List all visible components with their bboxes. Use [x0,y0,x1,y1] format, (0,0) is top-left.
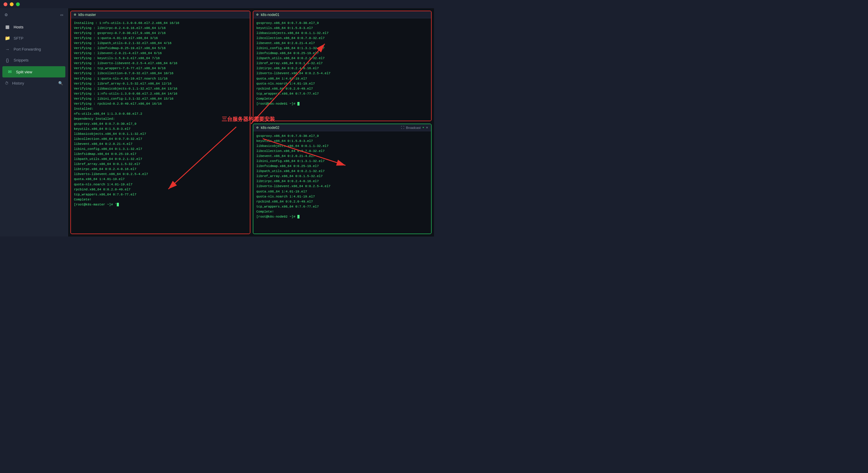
sidebar-header: ⚙ ▭ [0,8,68,21]
terminal-line: Verifying : libref_array-0.1.5-32.el7.x8… [74,81,247,86]
port-forwarding-label: Port Forwarding [13,47,41,52]
terminal-node02: ⚙ k8s-node02 ⛶ Broadcast ● ✕ gssproxy.x8… [253,124,432,234]
sidebar-item-split-view[interactable]: ✉ Split view [2,66,65,77]
right-column: ⚙ k8s-node01 gssproxy.x86_64 0:0.7.0-30.… [253,11,432,234]
terminal-master-header: ⚙ k8s-master [71,11,250,18]
terminal-line: Verifying : 1:quota-nls-4.01-19.el7.noar… [74,76,247,81]
gear-icon[interactable]: ⚙ [5,12,8,18]
terminal-line: libcollection.x86_64 0:0.7.0-32.el7 [74,136,247,141]
terminal-line: libtirpc.x86_64 0:0.2.4-0.16.el7 [256,179,428,184]
terminal-node01: ⚙ k8s-node01 gssproxy.x86_64 0:0.7.0-30.… [253,11,432,121]
terminal-line: Verifying : libevent-2.0.21-4.el7.x86_64… [74,51,247,56]
terminal-cursor [298,102,300,105]
main-content: ⚙ k8s-master Installing : 1:nfs-utils-1.… [68,8,434,236]
terminal-line: libpath_utils.x86_64 0:0.2.1-32.el7 [74,157,247,162]
terminal-line: Verifying : tcp_wrappers-7.6-77.el7.x86_… [74,66,247,71]
terminal-line: libbasicobjects.x86_64 0:0.1.1-32.el7 [74,131,247,136]
terminal-line: tcp_wrappers.x86_64 0:7.6-77.el7 [256,91,428,96]
terminal-master: ⚙ k8s-master Installing : 1:nfs-utils-1.… [70,11,250,234]
broadcast-close-button[interactable]: ✕ [426,125,428,130]
terminal-line: Verifying : libpath_utils-0.2.1-32.el7.x… [74,41,247,46]
terminal-line: quota-nls.noarch 1:4.01-19.el7 [74,182,247,187]
sidebar-item-sftp[interactable]: 📁 SFTP [0,33,68,44]
terminal-line: keyutils.x86_64 0:1.5.8-3.el7 [256,26,428,31]
terminal-line: Complete! [256,209,428,214]
terminal-line: Verifying : libini_config-1.3.1-32.el7.x… [74,96,247,101]
terminal-node01-body[interactable]: gssproxy.x86_64 0:0.7.0-30.el7_9keyutils… [253,18,431,121]
terminal-line: libini_config.x86_64 0:1.3.1-32.el7 [256,46,428,51]
history-left: ⏱ History [5,81,24,86]
terminal-cursor [117,203,119,206]
terminal-line: rpcbind.x86_64 0:0.2.0-49.el7 [74,187,247,192]
terminal-line: libnfsidmap.x86_64 0:0.25-19.el7 [256,164,428,169]
terminal-line: quota.x86_64 1:4.01-19.el7 [74,177,247,182]
terminal-cursor [298,215,300,218]
split-view-icon: ✉ [7,69,12,74]
terminal-line: [root@k8s-node02 ~]# [256,214,428,219]
snippets-icon: {} [5,58,10,63]
terminal-line: Verifying : libbasicobjects-0.1.1-32.el7… [74,86,247,91]
terminal-line: quota.x86_64 1:4.01-19.el7 [256,189,428,194]
terminal-line: libverto-libevent.x86_64 0:0.2.5-4.el7 [74,172,247,177]
sftp-label: SFTP [13,36,23,40]
terminal-line: keyutils.x86_64 0:1.5.8-3.el7 [256,139,428,144]
terminal-line: Verifying : 1:quota-4.01-19.el7.x86_64 3… [74,36,247,41]
terminal-line: gssproxy.x86_64 0:0.7.0-30.el7_9 [256,21,428,26]
terminal-node02-body[interactable]: gssproxy.x86_64 0:0.7.0-30.el7_9keyutils… [253,131,431,233]
terminal-line: libref_array.x86_64 0:0.1.5-32.el7 [74,162,247,167]
terminal-line: libbasicobjects.x86_64 0:0.1.1-32.el7 [256,144,428,149]
split-view-label: Split view [16,70,32,74]
history-search-icon[interactable]: 🔍 [58,81,63,86]
terminal-line: [root@k8s-node01 ~]# [256,101,428,106]
terminal-line: Complete! [256,96,428,101]
terminal-line: Dependency Installed: [74,117,247,122]
camera-icon[interactable]: ▭ [61,12,63,18]
maximize-button[interactable] [16,2,20,6]
terminal-line: libevent.x86_64 0:2.0.21-4.el7 [74,141,247,147]
sidebar-item-snippets[interactable]: {} Snippets [0,55,68,66]
terminal-line: Verifying : libcollection-0.7.0-32.el7.x… [74,71,247,76]
sidebar-item-history[interactable]: ⏱ History 🔍 [0,78,68,88]
titlebar [0,0,434,8]
terminal-line: libverto-libevent.x86_64 0:0.2.5-4.el7 [256,184,428,189]
terminal-node01-title: k8s-node01 [261,13,279,17]
terminal-master-gear-icon: ⚙ [74,12,76,17]
close-button[interactable] [4,2,7,6]
terminal-line: libtirpc.x86_64 0:0.2.4-0.16.el7 [256,66,428,71]
terminal-line: quota-nls.noarch 1:4.01-19.el7 [256,81,428,86]
terminal-line: libnfsidmap.x86_64 0:0.25-19.el7 [74,152,247,157]
terminal-line: libcollection.x86_64 0:0.7.0-32.el7 [256,149,428,154]
terminal-line: keyutils.x86_64 0:1.5.8-3.el7 [74,127,247,131]
broadcast-label: Broadcast [406,126,421,129]
terminal-line: gssproxy.x86_64 0:0.7.0-30.el7_9 [256,134,428,139]
history-label: History [12,81,24,86]
terminal-line: quota-nls.noarch 1:4.01-19.el7 [256,194,428,199]
sidebar: ⚙ ▭ ▦ Hosts 📁 SFTP → Port Forwarding {} … [0,8,68,236]
terminal-master-body[interactable]: Installing : 1:nfs-utils-1.3.0-0.68.el7.… [71,18,250,233]
terminal-line: Installed: [74,106,247,112]
terminal-line: libnfsidmap.x86_64 0:0.25-19.el7 [256,51,428,56]
terminal-line: Verifying : rpcbind-0.2.0-49.el7.x86_64 … [74,101,247,106]
terminal-node02-gear-icon: ⚙ [256,125,258,130]
terminal-line: gssproxy.x86_64 0:0.7.0-30.el7_9 [74,122,247,127]
terminal-line: nfs-utils.x86_64 1:1.3.0-0.68.el7.2 [74,112,247,117]
terminal-line: libref_array.x86_64 0:0.1.5-32.el7 [256,174,428,179]
terminal-line: Verifying : 1:nfs-utils-1.3.0-0.68.el7.2… [74,91,247,96]
terminal-line: quota.x86_64 1:4.01-19.el7 [256,76,428,81]
hosts-label: Hosts [13,25,23,29]
sidebar-item-port-forwarding[interactable]: → Port Forwarding [0,44,68,55]
terminal-line: Verifying : libverto-libevent-0.2.5-4.el… [74,61,247,66]
terminal-line: Verifying : libnfsidmap-0.25-19.el7.x86_… [74,46,247,51]
terminal-master-title: k8s-master [79,13,96,17]
minimize-button[interactable] [10,2,13,6]
terminal-node01-header: ⚙ k8s-node01 [253,11,431,18]
broadcast-split-icon: ⛶ [401,126,404,129]
terminal-node02-header: ⚙ k8s-node02 ⛶ Broadcast ● ✕ [253,124,431,131]
terminal-line: libpath_utils.x86_64 0:0.2.1-32.el7 [256,56,428,61]
terminal-line: libini_config.x86_64 0:1.3.1-32.el7 [256,159,428,164]
terminal-line: [root@k8s-master ~]# ' [74,202,247,207]
sidebar-item-hosts[interactable]: ▦ Hosts [0,21,68,33]
terminal-line: libcollection.x86_64 0:0.7.0-32.el7 [256,36,428,41]
terminal-line: tcp_wrappers.x86_64 0:7.6-77.el7 [256,204,428,209]
terminal-line: Verifying : gssproxy-0.7.0-30.el7_9.x86_… [74,31,247,36]
